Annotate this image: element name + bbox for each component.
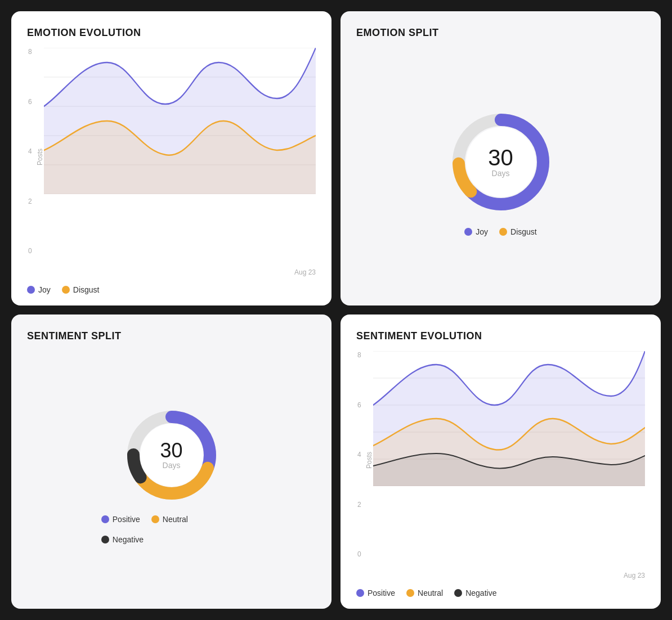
neutral-evo-label: Neutral — [418, 588, 443, 597]
negative-split-label: Negative — [113, 535, 144, 544]
legend-neutral-split: Neutral — [151, 515, 188, 524]
legend-disgust-split: Disgust — [499, 227, 537, 236]
emotion-split-number: 30 — [488, 146, 513, 169]
emotion-evolution-legend: Joy Disgust — [27, 285, 316, 294]
emotion-evolution-chart: Posts 8 6 4 2 0 Aug 23 — [44, 48, 316, 266]
sentiment-split-number: 30 — [160, 441, 182, 461]
x-axis-label: Aug 23 — [294, 268, 316, 276]
emotion-split-donut-container: 30 Days Joy Disgust — [356, 48, 645, 294]
legend-disgust: Disgust — [62, 285, 100, 294]
joy-label: Joy — [38, 285, 51, 294]
emotion-split-card: EMOTION SPLIT 30 Days Joy — [341, 11, 661, 305]
emotion-evolution-card: EMOTION EVOLUTION Posts 8 6 4 2 0 — [11, 11, 331, 305]
disgust-split-dot — [499, 228, 507, 236]
legend-joy: Joy — [27, 285, 51, 294]
sent-y-axis-label: Posts — [365, 452, 373, 469]
neutral-split-label: Neutral — [163, 515, 188, 524]
emotion-evolution-svg — [44, 48, 316, 194]
disgust-split-label: Disgust — [510, 227, 537, 236]
sentiment-evolution-legend: Positive Neutral Negative — [356, 588, 645, 597]
emotion-split-legend: Joy Disgust — [464, 227, 536, 236]
disgust-dot — [62, 286, 70, 294]
joy-split-label: Joy — [476, 227, 488, 236]
joy-split-dot — [464, 228, 472, 236]
legend-neutral-evo: Neutral — [406, 588, 443, 597]
emotion-split-donut: 30 Days — [445, 106, 557, 218]
positive-evo-label: Positive — [368, 588, 395, 597]
legend-positive-split: Positive — [101, 515, 140, 524]
negative-evo-label: Negative — [465, 588, 496, 597]
legend-positive-evo: Positive — [356, 588, 395, 597]
y-axis-label: Posts — [36, 149, 44, 165]
legend-joy-split: Joy — [464, 227, 488, 236]
sentiment-split-center: 30 Days — [160, 441, 182, 470]
emotion-split-center: 30 Days — [488, 146, 513, 178]
sentiment-split-donut-container: 30 Days Positive Neutral Negative — [27, 351, 316, 597]
positive-split-label: Positive — [113, 515, 140, 524]
sentiment-split-card: SENTIMENT SPLIT 30 Days Positive — [11, 315, 331, 609]
disgust-label: Disgust — [73, 285, 100, 294]
legend-negative-split: Negative — [101, 535, 241, 544]
sentiment-split-title: SENTIMENT SPLIT — [27, 330, 316, 342]
emotion-split-title: EMOTION SPLIT — [356, 27, 645, 39]
emotion-evolution-title: EMOTION EVOLUTION — [27, 27, 316, 39]
sent-x-axis-label: Aug 23 — [624, 572, 645, 579]
sentiment-evolution-card: SENTIMENT EVOLUTION Posts 8 6 4 2 0 — [341, 315, 661, 609]
sentiment-split-days: Days — [160, 461, 182, 470]
legend-negative-evo: Negative — [454, 588, 496, 597]
sentiment-split-legend: Positive Neutral Negative — [101, 515, 241, 544]
joy-dot — [27, 286, 35, 294]
emotion-split-days: Days — [488, 169, 513, 178]
sentiment-evolution-title: SENTIMENT EVOLUTION — [356, 330, 645, 342]
sentiment-evolution-chart: Posts 8 6 4 2 0 — [373, 351, 645, 569]
sentiment-evolution-svg — [373, 351, 645, 486]
sentiment-split-donut: 30 Days — [121, 405, 222, 506]
